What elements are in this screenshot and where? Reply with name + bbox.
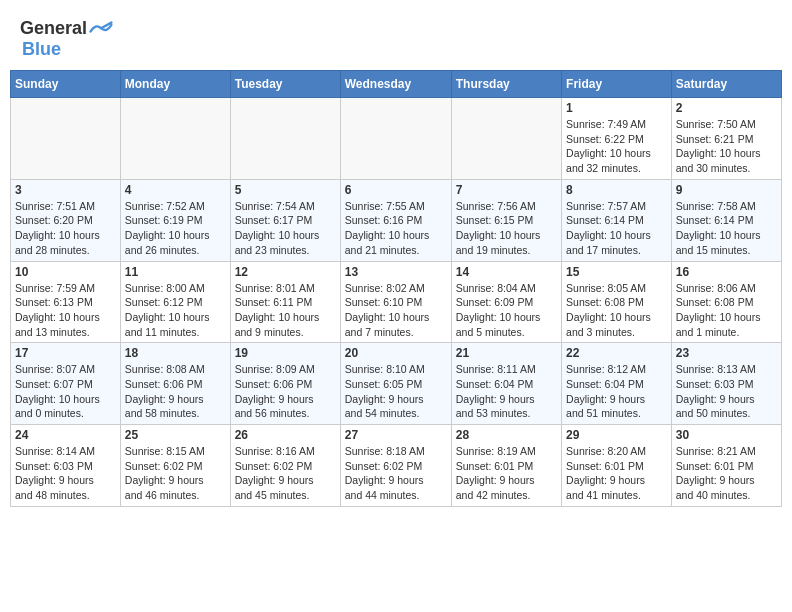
day-info: Sunrise: 7:56 AM Sunset: 6:15 PM Dayligh… (456, 199, 557, 258)
day-info: Sunrise: 8:02 AM Sunset: 6:10 PM Dayligh… (345, 281, 447, 340)
calendar-cell (340, 98, 451, 180)
day-info: Sunrise: 8:21 AM Sunset: 6:01 PM Dayligh… (676, 444, 777, 503)
calendar-cell: 5Sunrise: 7:54 AM Sunset: 6:17 PM Daylig… (230, 179, 340, 261)
day-info: Sunrise: 8:05 AM Sunset: 6:08 PM Dayligh… (566, 281, 667, 340)
logo-general-text: General (20, 18, 87, 39)
calendar-cell: 6Sunrise: 7:55 AM Sunset: 6:16 PM Daylig… (340, 179, 451, 261)
day-number: 16 (676, 265, 777, 279)
calendar-cell: 17Sunrise: 8:07 AM Sunset: 6:07 PM Dayli… (11, 343, 121, 425)
calendar-cell: 20Sunrise: 8:10 AM Sunset: 6:05 PM Dayli… (340, 343, 451, 425)
day-info: Sunrise: 8:04 AM Sunset: 6:09 PM Dayligh… (456, 281, 557, 340)
calendar-cell: 13Sunrise: 8:02 AM Sunset: 6:10 PM Dayli… (340, 261, 451, 343)
day-info: Sunrise: 8:19 AM Sunset: 6:01 PM Dayligh… (456, 444, 557, 503)
day-number: 23 (676, 346, 777, 360)
calendar-cell: 12Sunrise: 8:01 AM Sunset: 6:11 PM Dayli… (230, 261, 340, 343)
calendar-cell: 28Sunrise: 8:19 AM Sunset: 6:01 PM Dayli… (451, 425, 561, 507)
calendar-cell: 29Sunrise: 8:20 AM Sunset: 6:01 PM Dayli… (562, 425, 672, 507)
day-number: 25 (125, 428, 226, 442)
day-number: 24 (15, 428, 116, 442)
day-info: Sunrise: 7:54 AM Sunset: 6:17 PM Dayligh… (235, 199, 336, 258)
calendar-cell: 10Sunrise: 7:59 AM Sunset: 6:13 PM Dayli… (11, 261, 121, 343)
calendar-cell: 21Sunrise: 8:11 AM Sunset: 6:04 PM Dayli… (451, 343, 561, 425)
calendar-cell: 9Sunrise: 7:58 AM Sunset: 6:14 PM Daylig… (671, 179, 781, 261)
day-number: 12 (235, 265, 336, 279)
day-number: 2 (676, 101, 777, 115)
day-info: Sunrise: 7:51 AM Sunset: 6:20 PM Dayligh… (15, 199, 116, 258)
calendar-cell: 14Sunrise: 8:04 AM Sunset: 6:09 PM Dayli… (451, 261, 561, 343)
calendar-cell: 27Sunrise: 8:18 AM Sunset: 6:02 PM Dayli… (340, 425, 451, 507)
calendar-cell: 23Sunrise: 8:13 AM Sunset: 6:03 PM Dayli… (671, 343, 781, 425)
day-number: 13 (345, 265, 447, 279)
calendar-cell: 15Sunrise: 8:05 AM Sunset: 6:08 PM Dayli… (562, 261, 672, 343)
day-number: 20 (345, 346, 447, 360)
logo-wave-icon (89, 19, 113, 39)
day-info: Sunrise: 7:49 AM Sunset: 6:22 PM Dayligh… (566, 117, 667, 176)
day-number: 28 (456, 428, 557, 442)
calendar-cell: 22Sunrise: 8:12 AM Sunset: 6:04 PM Dayli… (562, 343, 672, 425)
day-info: Sunrise: 8:16 AM Sunset: 6:02 PM Dayligh… (235, 444, 336, 503)
day-info: Sunrise: 8:14 AM Sunset: 6:03 PM Dayligh… (15, 444, 116, 503)
logo: General Blue (20, 18, 113, 60)
day-number: 29 (566, 428, 667, 442)
day-number: 3 (15, 183, 116, 197)
header: General Blue (10, 10, 782, 64)
calendar-cell: 26Sunrise: 8:16 AM Sunset: 6:02 PM Dayli… (230, 425, 340, 507)
calendar-cell: 8Sunrise: 7:57 AM Sunset: 6:14 PM Daylig… (562, 179, 672, 261)
day-info: Sunrise: 8:15 AM Sunset: 6:02 PM Dayligh… (125, 444, 226, 503)
day-info: Sunrise: 8:06 AM Sunset: 6:08 PM Dayligh… (676, 281, 777, 340)
weekday-tuesday: Tuesday (230, 71, 340, 98)
day-info: Sunrise: 7:59 AM Sunset: 6:13 PM Dayligh… (15, 281, 116, 340)
calendar-cell: 19Sunrise: 8:09 AM Sunset: 6:06 PM Dayli… (230, 343, 340, 425)
weekday-saturday: Saturday (671, 71, 781, 98)
day-info: Sunrise: 7:57 AM Sunset: 6:14 PM Dayligh… (566, 199, 667, 258)
calendar-cell: 25Sunrise: 8:15 AM Sunset: 6:02 PM Dayli… (120, 425, 230, 507)
day-number: 5 (235, 183, 336, 197)
day-number: 10 (15, 265, 116, 279)
calendar-table: SundayMondayTuesdayWednesdayThursdayFrid… (10, 70, 782, 507)
day-number: 7 (456, 183, 557, 197)
weekday-sunday: Sunday (11, 71, 121, 98)
day-number: 14 (456, 265, 557, 279)
day-info: Sunrise: 7:50 AM Sunset: 6:21 PM Dayligh… (676, 117, 777, 176)
day-number: 26 (235, 428, 336, 442)
day-number: 11 (125, 265, 226, 279)
day-info: Sunrise: 7:55 AM Sunset: 6:16 PM Dayligh… (345, 199, 447, 258)
day-number: 15 (566, 265, 667, 279)
calendar-cell: 18Sunrise: 8:08 AM Sunset: 6:06 PM Dayli… (120, 343, 230, 425)
day-info: Sunrise: 8:10 AM Sunset: 6:05 PM Dayligh… (345, 362, 447, 421)
day-number: 27 (345, 428, 447, 442)
day-info: Sunrise: 7:58 AM Sunset: 6:14 PM Dayligh… (676, 199, 777, 258)
day-number: 9 (676, 183, 777, 197)
calendar-cell: 24Sunrise: 8:14 AM Sunset: 6:03 PM Dayli… (11, 425, 121, 507)
day-number: 6 (345, 183, 447, 197)
calendar-cell: 4Sunrise: 7:52 AM Sunset: 6:19 PM Daylig… (120, 179, 230, 261)
day-number: 17 (15, 346, 116, 360)
day-info: Sunrise: 8:01 AM Sunset: 6:11 PM Dayligh… (235, 281, 336, 340)
logo-blue-text: Blue (22, 39, 61, 60)
calendar-cell: 2Sunrise: 7:50 AM Sunset: 6:21 PM Daylig… (671, 98, 781, 180)
calendar-cell (11, 98, 121, 180)
day-number: 21 (456, 346, 557, 360)
day-number: 22 (566, 346, 667, 360)
day-info: Sunrise: 8:11 AM Sunset: 6:04 PM Dayligh… (456, 362, 557, 421)
day-info: Sunrise: 8:09 AM Sunset: 6:06 PM Dayligh… (235, 362, 336, 421)
day-info: Sunrise: 8:00 AM Sunset: 6:12 PM Dayligh… (125, 281, 226, 340)
day-number: 18 (125, 346, 226, 360)
day-number: 30 (676, 428, 777, 442)
calendar-cell: 3Sunrise: 7:51 AM Sunset: 6:20 PM Daylig… (11, 179, 121, 261)
calendar-cell (451, 98, 561, 180)
calendar-cell: 16Sunrise: 8:06 AM Sunset: 6:08 PM Dayli… (671, 261, 781, 343)
calendar-cell: 1Sunrise: 7:49 AM Sunset: 6:22 PM Daylig… (562, 98, 672, 180)
day-info: Sunrise: 7:52 AM Sunset: 6:19 PM Dayligh… (125, 199, 226, 258)
day-number: 8 (566, 183, 667, 197)
weekday-friday: Friday (562, 71, 672, 98)
day-info: Sunrise: 8:07 AM Sunset: 6:07 PM Dayligh… (15, 362, 116, 421)
day-info: Sunrise: 8:13 AM Sunset: 6:03 PM Dayligh… (676, 362, 777, 421)
day-number: 1 (566, 101, 667, 115)
day-number: 4 (125, 183, 226, 197)
weekday-monday: Monday (120, 71, 230, 98)
weekday-thursday: Thursday (451, 71, 561, 98)
calendar-cell: 11Sunrise: 8:00 AM Sunset: 6:12 PM Dayli… (120, 261, 230, 343)
calendar-cell (120, 98, 230, 180)
day-info: Sunrise: 8:08 AM Sunset: 6:06 PM Dayligh… (125, 362, 226, 421)
